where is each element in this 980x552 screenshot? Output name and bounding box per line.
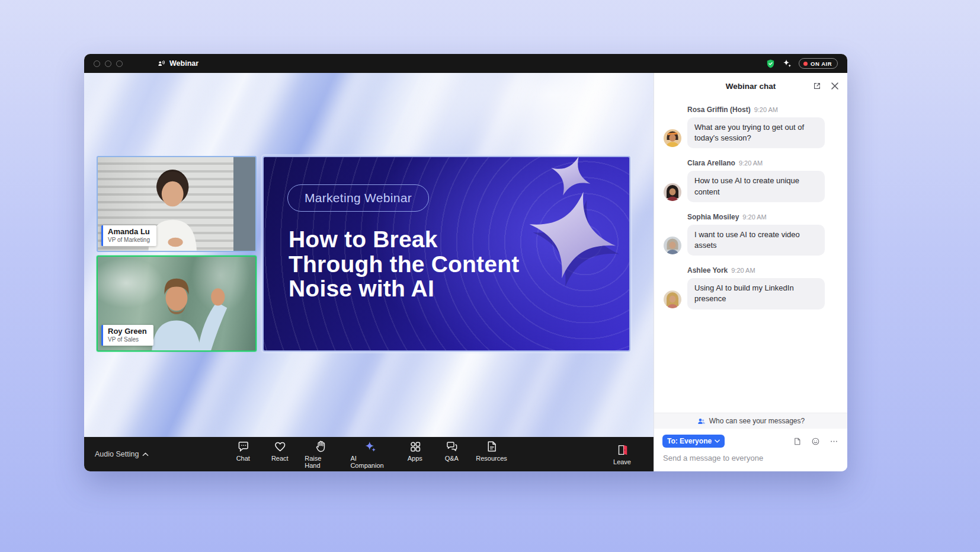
recipient-selector[interactable]: To: Everyone [662,435,725,448]
chat-message: Clara Arellano9:20 AM How to use AI to c… [664,157,838,202]
message-time: 9:20 AM [754,106,778,113]
slide-title-line-2: Through the Content [289,252,519,277]
message-visibility-info[interactable]: Who can see your messages? [654,413,847,429]
chat-panel-title: Webinar chat [726,82,776,91]
on-air-dot [803,62,808,66]
emoji-icon[interactable] [810,436,821,446]
chevron-up-icon [142,452,149,457]
message-text: How to use AI to create unique content [687,171,825,202]
avatar-rosa-griffin [664,129,681,147]
qa-button-label: Q&A [445,455,459,462]
webinar-window: Webinar ON AIR [84,54,847,471]
security-shield-icon[interactable] [766,59,776,69]
resources-icon [485,439,498,453]
qa-button[interactable]: Q&A [435,439,468,469]
webinar-icon [157,59,165,68]
on-air-label: ON AIR [811,60,832,67]
message-text: Using AI to build my LinkedIn presence [687,278,825,309]
chat-message: Ashlee York9:20 AM Using AI to build my … [664,264,838,309]
chevron-down-icon [715,439,720,443]
shared-presentation: Marketing Webinar How to Break Through t… [262,156,630,352]
slide-title-line-3: Noise with AI [289,276,519,301]
maximize-window-button[interactable] [116,60,123,67]
audio-setting-button[interactable]: Audio Setting [95,450,149,458]
message-time: 9:20 AM [742,213,766,221]
video-tile-roy-green[interactable]: Roy Green VP of Sales [97,256,257,352]
resources-button-label: Resources [476,455,507,462]
ai-companion-button-label: AI Companion [350,455,390,469]
chat-message-list[interactable]: Rosa Griffin (Host)9:20 AM What are you … [654,99,847,413]
visibility-note-label: Who can see your messages? [709,417,805,425]
message-author: Rosa Griffin (Host) [687,106,751,114]
chat-header: Webinar chat [654,73,847,99]
ai-companion-titlebar-icon[interactable] [782,59,792,69]
resources-button[interactable]: Resources [472,439,511,469]
message-time: 9:20 AM [739,159,763,167]
chat-button-label: Chat [236,455,250,462]
close-chat-icon[interactable] [830,81,840,91]
avatar-clara-arellano [664,183,681,201]
raise-hand-button-label: Raise Hand [305,455,337,469]
meeting-toolbar: Audio Setting Chat React [84,437,654,471]
more-options-icon[interactable] [828,436,839,446]
apps-button-label: Apps [408,455,422,462]
message-text: What are you trying to get out of today'… [687,117,825,148]
video-tile-amanda-lu[interactable]: Amanda Lu VP of Marketing [97,156,257,252]
raise-hand-icon [314,439,328,453]
attach-file-icon[interactable] [792,436,802,446]
leave-button-label: Leave [613,458,631,465]
leave-button[interactable]: Leave [613,443,631,465]
qa-icon [445,439,459,453]
react-button[interactable]: React [263,439,296,469]
audio-setting-label: Audio Setting [95,450,139,458]
ai-sparkle-icon [363,439,377,453]
slide-title: How to Break Through the Content Noise w… [289,227,519,301]
slide-badge: Marketing Webinar [287,184,429,212]
pop-out-icon[interactable] [812,81,822,91]
raise-hand-button[interactable]: Raise Hand [300,439,342,469]
nametag-roy: Roy Green VP of Sales [101,325,153,346]
webinar-chat-panel: Webinar chat Rosa Griffin (Ho [654,73,847,471]
leave-door-icon [616,443,629,457]
minimize-window-button[interactable] [105,60,111,67]
people-icon [697,417,706,426]
app-title-label: Webinar [169,59,198,68]
chat-message: Sophia Mosiley9:20 AM I want to use AI t… [664,211,838,256]
participant-role: VP of Marketing [108,237,150,243]
message-author: Sophia Mosiley [687,213,739,221]
ai-companion-button[interactable]: AI Companion [345,439,395,469]
chat-message: Rosa Griffin (Host)9:20 AM What are you … [664,104,838,148]
chat-message-input[interactable] [663,454,838,462]
close-window-button[interactable] [94,60,100,67]
chat-button[interactable]: Chat [226,439,260,469]
participant-name: Amanda Lu [108,227,150,236]
participant-role: VP of Sales [108,336,147,343]
apps-button[interactable]: Apps [398,439,431,469]
avatar-sophia-mosiley [664,237,681,254]
chat-icon [236,439,250,453]
participant-name: Roy Green [108,327,147,336]
recipient-label: To: Everyone [667,437,712,445]
compose-toolbar: To: Everyone [654,429,847,448]
react-button-label: React [271,455,289,462]
on-air-badge: ON AIR [799,58,838,69]
apps-icon [408,439,422,453]
window-controls [94,60,123,67]
avatar-ashlee-york [664,291,681,308]
message-author: Ashlee York [687,266,728,275]
message-author: Clara Arellano [687,159,735,167]
message-text: I want to use AI to create video assets [687,225,825,256]
message-time: 9:20 AM [731,267,755,274]
titlebar: Webinar ON AIR [84,54,847,73]
nametag-amanda: Amanda Lu VP of Marketing [101,225,156,246]
app-title: Webinar [157,59,198,68]
slide-title-line-1: How to Break [289,227,519,252]
heart-icon [273,439,287,453]
video-stage: Amanda Lu VP of Marketing [84,73,654,437]
